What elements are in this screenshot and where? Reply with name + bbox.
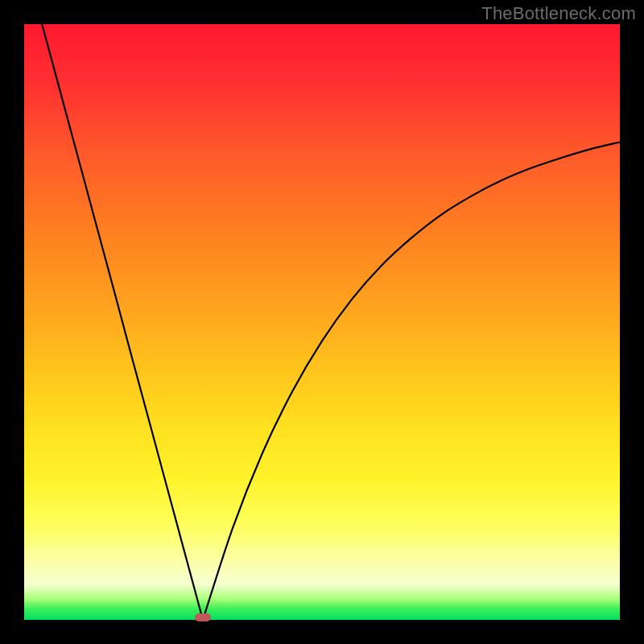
minimum-marker	[195, 613, 211, 621]
watermark-text: TheBottleneck.com	[481, 3, 636, 24]
bottleneck-curve	[24, 24, 620, 620]
chart-frame: TheBottleneck.com	[0, 0, 644, 644]
plot-area	[24, 24, 620, 620]
curve-path	[42, 24, 620, 620]
